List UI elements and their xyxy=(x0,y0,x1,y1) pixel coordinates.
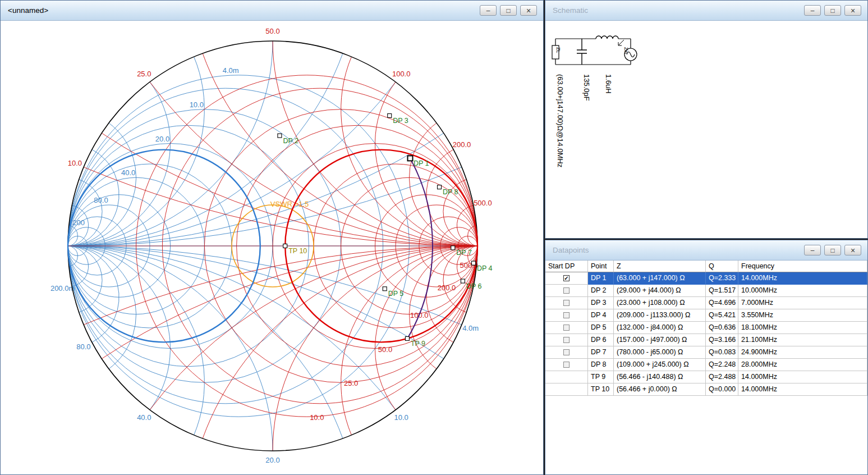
schematic-window-title: Schematic xyxy=(553,6,588,15)
close-button[interactable]: × xyxy=(844,5,861,16)
datapoint-row-dp-8[interactable]: DP 8(109.000 + j245.000) ΩQ=2.24828.000M… xyxy=(545,359,867,371)
marker-dp-4[interactable] xyxy=(472,261,476,265)
datapoint-row-dp-4[interactable]: DP 4(209.000 - j1133.000) ΩQ=5.4213.550M… xyxy=(545,309,867,322)
start-dp-cell xyxy=(545,309,588,322)
capacitor-value-label[interactable]: 135.0pF xyxy=(582,74,591,101)
grid-label: 10.0 xyxy=(394,413,408,422)
frequency-cell: 14.000MHz xyxy=(738,371,867,383)
smith-chart-window: <unnamed> – □ × 4.0m10.020.040.080.02004… xyxy=(0,0,544,475)
point-cell: TP 10 xyxy=(588,383,614,396)
start-dp-checkbox[interactable]: ✓ xyxy=(563,275,570,281)
start-dp-cell xyxy=(545,297,588,309)
z-value-cell: (132.000 - j84.000) Ω xyxy=(614,322,706,334)
frequency-cell: 14.000MHz xyxy=(738,383,867,396)
datapoints-window-title: Datapoints xyxy=(553,246,589,254)
minimize-button[interactable]: – xyxy=(804,5,821,16)
grid-label: 200.0m xyxy=(50,284,75,293)
label-dp-4: DP 4 xyxy=(477,264,493,272)
q-value-cell: Q=0.636 xyxy=(706,322,738,334)
datapoints-header-row: Start DPPointZQFrequency xyxy=(545,261,867,272)
minimize-button[interactable]: – xyxy=(480,5,497,16)
grid-label: 25.0 xyxy=(344,379,358,387)
marker-dp-6[interactable] xyxy=(461,279,465,283)
datapoint-row-dp-3[interactable]: DP 3(23.000 + j108.000) ΩQ=4.6967.000MHz xyxy=(545,297,867,309)
capacitor-symbol[interactable] xyxy=(577,39,587,65)
point-cell: DP 8 xyxy=(588,359,614,371)
titlebar-chart[interactable]: <unnamed> – □ × xyxy=(1,1,543,21)
start-dp-cell xyxy=(545,383,588,396)
label-dp-5: DP 5 xyxy=(388,290,404,298)
marker-dp-8[interactable] xyxy=(438,185,442,189)
z-value-cell: (63.000 + j147.000) Ω xyxy=(614,272,706,285)
close-button[interactable]: × xyxy=(844,245,861,255)
start-dp-checkbox[interactable] xyxy=(563,362,570,368)
datapoint-row-tp-9[interactable]: TP 9(56.466 - j140.488) ΩQ=2.48814.000MH… xyxy=(545,371,867,383)
point-cell: TP 9 xyxy=(588,371,614,383)
start-dp-cell xyxy=(545,322,588,334)
column-header-q: Q xyxy=(706,261,738,272)
marker-dp-5[interactable] xyxy=(383,287,387,291)
grid-label: 50.0 xyxy=(378,345,392,354)
titlebar-datapoints[interactable]: Datapoints – □ × xyxy=(545,240,867,261)
grid-label: 200.0 xyxy=(438,284,456,292)
start-dp-checkbox[interactable] xyxy=(563,312,570,318)
maximize-button[interactable]: □ xyxy=(500,5,517,16)
start-dp-cell xyxy=(545,334,588,346)
window-controls: – □ × xyxy=(480,5,537,16)
load-label: ZL xyxy=(555,47,561,53)
point-cell: DP 4 xyxy=(588,309,614,322)
window-controls: – □ × xyxy=(804,5,861,16)
minimize-icon: – xyxy=(811,246,815,254)
point-cell: DP 1 xyxy=(588,272,614,285)
grid-label: 200 xyxy=(72,218,85,227)
start-dp-cell xyxy=(545,346,588,359)
label-dp-8: DP 8 xyxy=(443,188,458,196)
q-value-cell: Q=3.166 xyxy=(706,334,738,346)
datapoint-row-dp-5[interactable]: DP 5(132.000 - j84.000) ΩQ=0.63618.100MH… xyxy=(545,322,867,334)
titlebar-schematic[interactable]: Schematic – □ × xyxy=(545,1,867,21)
start-dp-checkbox[interactable] xyxy=(563,325,570,331)
frequency-cell: 24.900MHz xyxy=(738,346,867,359)
start-dp-checkbox[interactable] xyxy=(563,337,570,343)
schematic-window: Schematic – □ × ZL xyxy=(545,0,868,239)
load-value-label[interactable]: (63.00+j147.00)Ω@14.0MHz xyxy=(556,74,564,167)
close-icon: × xyxy=(526,6,531,15)
load-symbol[interactable]: ZL xyxy=(552,39,561,65)
marker-dp-1[interactable] xyxy=(408,156,413,161)
marker-dp-3[interactable] xyxy=(388,114,392,118)
datapoint-row-tp-10[interactable]: TP 10(56.466 + j0.000) ΩQ=0.00014.000MHz xyxy=(545,383,867,396)
start-dp-checkbox[interactable] xyxy=(563,300,570,306)
start-dp-cell xyxy=(545,371,588,383)
frequency-cell: 18.100MHz xyxy=(738,322,867,334)
marker-tp-10[interactable] xyxy=(283,244,287,248)
marker-dp-2[interactable] xyxy=(278,134,282,138)
label-tp-10: TP 10 xyxy=(288,247,307,255)
inductor-value-label[interactable]: 1.6uH xyxy=(604,74,613,94)
datapoint-row-dp-6[interactable]: DP 6(157.000 - j497.000) ΩQ=3.16621.100M… xyxy=(545,334,867,346)
minimize-button[interactable]: – xyxy=(804,245,821,255)
schematic-canvas[interactable]: ZL Zin xyxy=(545,21,867,238)
q-value-cell: Q=2.333 xyxy=(706,272,738,285)
datapoint-row-dp-7[interactable]: DP 7(780.000 - j65.000) ΩQ=0.08324.900MH… xyxy=(545,346,867,359)
marker-tp-9[interactable] xyxy=(405,337,409,341)
column-header-start-dp: Start DP xyxy=(545,261,588,272)
column-header-point: Point xyxy=(588,261,614,272)
maximize-button[interactable]: □ xyxy=(824,5,841,16)
q-value-cell: Q=0.083 xyxy=(706,346,738,359)
minimize-icon: – xyxy=(811,7,815,15)
z-value-cell: (209.000 - j1133.000) Ω xyxy=(614,309,706,322)
z-value-cell: (29.000 + j44.000) Ω xyxy=(614,285,706,297)
maximize-button[interactable]: □ xyxy=(824,245,841,255)
column-header-z: Z xyxy=(614,261,706,272)
start-dp-checkbox[interactable] xyxy=(563,287,570,294)
datapoint-row-dp-1[interactable]: ✓DP 1(63.000 + j147.000) ΩQ=2.33314.000M… xyxy=(545,272,867,285)
zin-label: Zin xyxy=(623,47,629,54)
close-button[interactable]: × xyxy=(520,5,537,16)
start-dp-checkbox[interactable] xyxy=(563,349,570,355)
marker-dp-7[interactable] xyxy=(451,246,455,250)
start-dp-cell: ✓ xyxy=(545,272,588,285)
label-dp-3: DP 3 xyxy=(393,117,408,125)
datapoint-row-dp-2[interactable]: DP 2(29.000 + j44.000) ΩQ=1.51710.000MHz xyxy=(545,285,867,297)
smith-chart-canvas[interactable]: 4.0m10.020.040.080.02004.0m10.020.040.08… xyxy=(1,21,543,474)
inductor-symbol[interactable] xyxy=(596,36,618,39)
